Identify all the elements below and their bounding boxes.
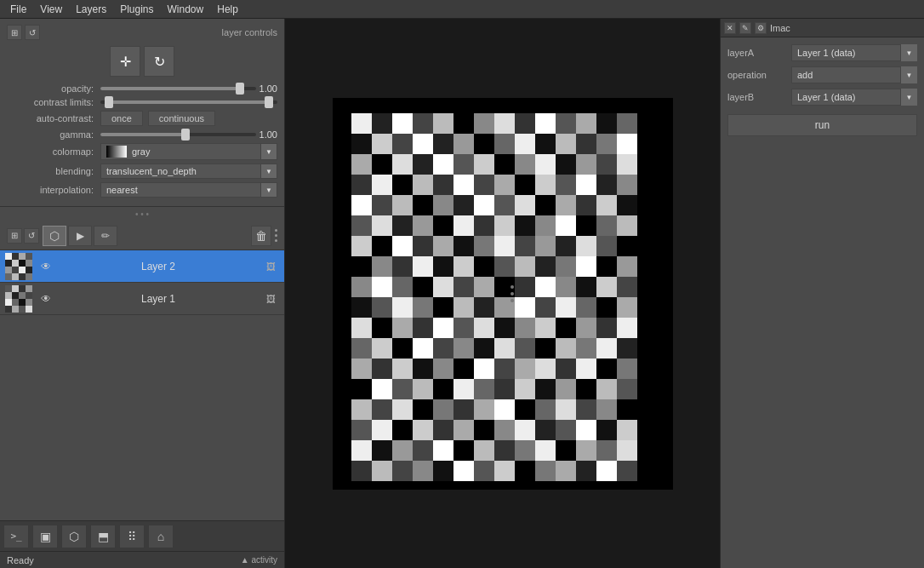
move-btn[interactable]: ✛ (110, 46, 140, 77)
layer-controls-icon1[interactable]: ⊞ (7, 25, 22, 40)
right-edit-btn[interactable]: ✎ (739, 22, 751, 34)
right-close-btn[interactable]: ✕ (724, 22, 736, 34)
svg-rect-70 (494, 154, 515, 175)
svg-rect-196 (494, 338, 515, 359)
auto-continuous-btn[interactable]: continuous (148, 111, 215, 126)
svg-rect-242 (576, 399, 596, 420)
svg-rect-188 (617, 318, 637, 338)
svg-rect-181 (474, 318, 494, 338)
interpolation-arrow[interactable]: ▼ (260, 182, 277, 198)
grid-btn[interactable]: ⠿ (119, 525, 145, 548)
layers-list: 👁 Layer 2 🖼 (0, 250, 284, 520)
svg-rect-282 (535, 461, 556, 481)
svg-rect-93 (392, 195, 413, 215)
right-settings-btn[interactable]: ⚙ (755, 22, 767, 34)
square-btn[interactable]: ▣ (32, 525, 58, 548)
layer-2-img-icon: 🖼 (262, 258, 279, 275)
layer-1-eye[interactable]: 👁 (37, 290, 54, 307)
svg-rect-45 (556, 113, 576, 134)
home-btn[interactable]: ⌂ (148, 525, 174, 548)
svg-rect-89 (596, 175, 617, 195)
svg-rect-255 (556, 420, 576, 440)
layer-2-eye[interactable]: 👁 (37, 258, 54, 275)
layerB-select-wrapper: Layer 1 (data) ▼ (791, 89, 917, 106)
paint-tool-btn[interactable]: ✏ (94, 226, 117, 246)
operation-arrow[interactable]: ▼ (900, 66, 917, 83)
menu-window[interactable]: Window (161, 2, 211, 17)
colormap-select[interactable]: gray (100, 143, 277, 160)
gamma-slider[interactable] (100, 133, 256, 136)
export-btn[interactable]: ⬒ (90, 525, 116, 548)
gamma-value: 1.00 (260, 129, 277, 140)
blending-label: blending: (7, 166, 100, 176)
svg-rect-101 (556, 195, 576, 215)
status-activity: ▲ activity (241, 555, 277, 565)
svg-rect-157 (556, 277, 576, 297)
svg-rect-16 (26, 273, 32, 280)
layerB-select[interactable]: Layer 1 (data) (791, 89, 917, 106)
select-tool-btn[interactable]: ⬡ (43, 226, 66, 246)
svg-rect-248 (413, 420, 433, 440)
colormap-arrow[interactable]: ▼ (260, 143, 277, 160)
layer-item-1[interactable]: 👁 Layer 1 🖼 (0, 283, 284, 315)
svg-rect-119 (351, 236, 372, 256)
svg-rect-231 (351, 399, 372, 420)
svg-rect-268 (535, 440, 556, 461)
svg-rect-141 (515, 256, 535, 277)
svg-rect-142 (535, 256, 556, 277)
layer-list-icon1[interactable]: ⊞ (7, 228, 22, 244)
layerA-select[interactable]: Layer 1 (data) (791, 44, 917, 61)
svg-rect-263 (433, 440, 453, 461)
menu-layers[interactable]: Layers (69, 2, 113, 17)
interpolation-select[interactable]: nearest (100, 182, 277, 198)
svg-rect-12 (26, 267, 32, 273)
terminal-btn[interactable]: >_ (3, 525, 29, 548)
svg-rect-49 (351, 134, 372, 154)
layers-hex-btn[interactable]: ⬡ (61, 525, 87, 548)
svg-rect-125 (474, 236, 494, 256)
svg-rect-132 (617, 236, 637, 256)
move-tool-btn[interactable]: ▶ (68, 226, 92, 246)
svg-rect-31 (12, 306, 19, 313)
svg-rect-233 (392, 399, 413, 420)
svg-rect-22 (5, 292, 12, 299)
auto-once-btn[interactable]: once (100, 111, 143, 126)
svg-rect-91 (351, 195, 372, 215)
canvas-area[interactable] (285, 19, 720, 568)
svg-rect-184 (535, 318, 556, 338)
layerA-arrow[interactable]: ▼ (900, 44, 917, 61)
svg-rect-48 (617, 113, 637, 134)
contrast-slider[interactable] (100, 100, 277, 104)
menu-view[interactable]: View (33, 2, 69, 17)
layer-item-2[interactable]: 👁 Layer 2 🖼 (0, 250, 284, 283)
run-button[interactable]: run (727, 114, 917, 136)
svg-rect-209 (474, 359, 494, 379)
svg-rect-80 (413, 175, 433, 195)
svg-rect-47 (596, 113, 617, 134)
delete-layer-btn[interactable]: 🗑 (251, 226, 271, 246)
opacity-slider[interactable] (100, 87, 256, 90)
blending-select[interactable]: translucent_no_depth (100, 164, 277, 179)
operation-select[interactable]: add (791, 66, 917, 83)
layer-controls-icon2[interactable]: ↺ (25, 25, 40, 40)
svg-rect-2 (12, 253, 19, 260)
svg-rect-275 (392, 461, 413, 481)
menu-help[interactable]: Help (210, 2, 245, 17)
menu-plugins[interactable]: Plugins (113, 2, 160, 17)
auto-contrast-label: auto-contrast: (7, 113, 100, 123)
auto-contrast-buttons: once continuous (100, 111, 277, 126)
layer-list-dots[interactable] (275, 229, 277, 242)
svg-rect-111 (474, 215, 494, 236)
rotate-btn[interactable]: ↻ (144, 46, 174, 77)
svg-rect-205 (392, 359, 413, 379)
canvas-side-dots[interactable] (510, 285, 514, 302)
blending-arrow[interactable]: ▼ (260, 164, 277, 179)
svg-rect-37 (392, 113, 413, 134)
svg-rect-228 (576, 379, 596, 399)
layer-list-icon2[interactable]: ↺ (24, 228, 39, 244)
svg-rect-24 (19, 292, 26, 299)
layerB-arrow[interactable]: ▼ (900, 89, 917, 106)
svg-rect-204 (372, 359, 392, 379)
menu-file[interactable]: File (3, 2, 33, 17)
layer-1-thumbnail (5, 285, 32, 313)
